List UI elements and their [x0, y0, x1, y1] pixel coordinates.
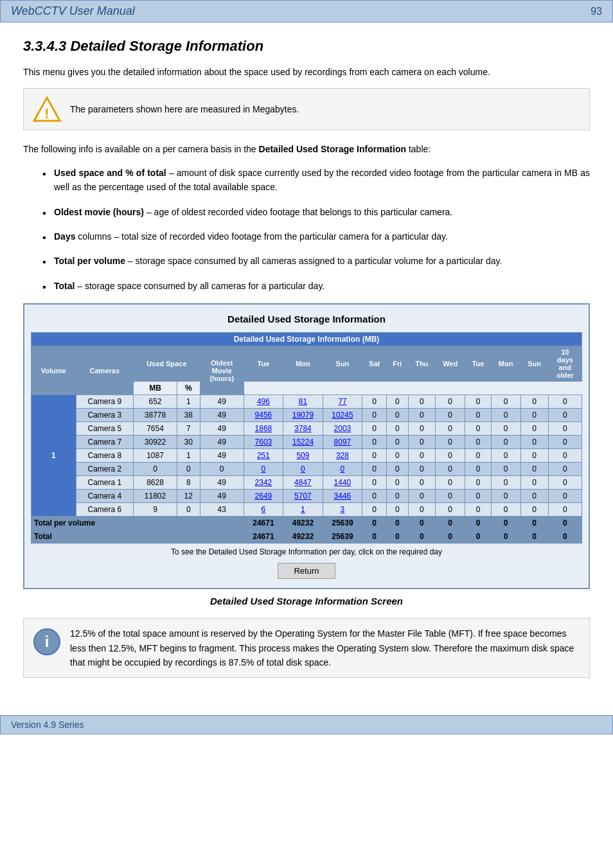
sun1-value[interactable]: 2003: [323, 422, 362, 436]
old-value: 0: [548, 395, 582, 409]
oldest-value: 43: [200, 503, 244, 517]
footer-label: Version 4.9 Series: [11, 720, 84, 730]
sun1-value[interactable]: 77: [323, 395, 362, 409]
wed-value: 0: [435, 395, 465, 409]
tpv-sun: 25639: [323, 517, 362, 530]
tot-mon: 49232: [283, 530, 323, 544]
tue1-value[interactable]: 2342: [244, 476, 283, 490]
sun1-value[interactable]: 328: [323, 449, 362, 463]
sat-value: 0: [362, 422, 387, 436]
page-number: 93: [591, 6, 602, 17]
mon1-value[interactable]: 1: [283, 503, 323, 517]
thu-value: 0: [408, 476, 435, 490]
fri-value: 0: [387, 395, 408, 409]
thu-value: 0: [408, 449, 435, 463]
tue1-value[interactable]: 9456: [244, 409, 283, 422]
fri-value: 0: [387, 476, 408, 490]
mon1-value[interactable]: 15224: [283, 436, 323, 449]
thu-value: 0: [408, 395, 435, 409]
oldest-value: 49: [200, 436, 244, 449]
sun2-value: 0: [520, 449, 548, 463]
tot-old: 0: [548, 530, 582, 544]
tue1-value[interactable]: 251: [244, 449, 283, 463]
sun1-value[interactable]: 3: [323, 503, 362, 517]
wed-value: 0: [435, 409, 465, 422]
col-mon2: Mon: [491, 346, 520, 382]
manual-title: WebCCTV User Manual: [11, 4, 135, 18]
tue1-value[interactable]: 0: [244, 463, 283, 476]
old-value: 0: [548, 449, 582, 463]
body-para: The following info is available on a per…: [23, 142, 590, 156]
tpv-sat: 0: [362, 517, 387, 530]
table-row: Camera 1 8628 8 49 2342 4847 1440 0 0 0 …: [31, 476, 582, 490]
col-tue2: Tue: [465, 346, 491, 382]
table-row: 1 Camera 9 652 1 49 496 81 77 0 0 0 0 0 …: [31, 395, 582, 409]
sat-value: 0: [362, 490, 387, 503]
mon1-value[interactable]: 81: [283, 395, 323, 409]
table-row: Camera 8 1087 1 49 251 509 328 0 0 0 0 0…: [31, 449, 582, 463]
tue1-value[interactable]: 7603: [244, 436, 283, 449]
sun1-value[interactable]: 3446: [323, 490, 362, 503]
sun1-value[interactable]: 10245: [323, 409, 362, 422]
sun2-value: 0: [520, 422, 548, 436]
oldest-value: 49: [200, 476, 244, 490]
mon2-value: 0: [491, 409, 520, 422]
table-row: Camera 4 11802 12 49 2649 5707 3446 0 0 …: [31, 490, 582, 503]
mon1-value[interactable]: 0: [283, 463, 323, 476]
pct-value: 0: [177, 463, 200, 476]
mon2-value: 0: [491, 436, 520, 449]
col-sat: Sat: [362, 346, 387, 382]
sun1-value[interactable]: 8097: [323, 436, 362, 449]
tue1-value[interactable]: 496: [244, 395, 283, 409]
thu-value: 0: [408, 503, 435, 517]
mon1-value[interactable]: 509: [283, 449, 323, 463]
table-row: Camera 7 30922 30 49 7603 15224 8097 0 0…: [31, 436, 582, 449]
intro-paragraph: This menu gives you the detailed informa…: [23, 65, 590, 79]
tue1-value[interactable]: 6: [244, 503, 283, 517]
old-value: 0: [548, 476, 582, 490]
tue1-value[interactable]: 2649: [244, 490, 283, 503]
tue2-value: 0: [465, 449, 491, 463]
sun1-value[interactable]: 1440: [323, 476, 362, 490]
col-sun2: Sun: [520, 346, 548, 382]
pct-value: 1: [177, 395, 200, 409]
sun1-value[interactable]: 0: [323, 463, 362, 476]
tue1-value[interactable]: 1868: [244, 422, 283, 436]
sat-value: 0: [362, 395, 387, 409]
sun2-value: 0: [520, 476, 548, 490]
thu-value: 0: [408, 409, 435, 422]
tot-tue2: 0: [465, 530, 491, 544]
warning-icon: !: [33, 95, 61, 123]
mon2-value: 0: [491, 422, 520, 436]
oldest-value: 49: [200, 422, 244, 436]
oldest-value: 49: [200, 490, 244, 503]
tue2-value: 0: [465, 422, 491, 436]
old-value: 0: [548, 463, 582, 476]
tpv-mon: 49232: [283, 517, 323, 530]
return-button[interactable]: Return: [278, 563, 335, 579]
camera-name: Camera 6: [76, 503, 134, 517]
sat-value: 0: [362, 449, 387, 463]
volume-cell: 1: [31, 395, 76, 517]
camera-name: Camera 2: [76, 463, 134, 476]
tue2-value: 0: [465, 490, 491, 503]
wed-value: 0: [435, 449, 465, 463]
mon1-value[interactable]: 3784: [283, 422, 323, 436]
sat-value: 0: [362, 476, 387, 490]
mon2-value: 0: [491, 463, 520, 476]
sat-value: 0: [362, 409, 387, 422]
tot-sun2: 0: [520, 530, 548, 544]
header-bar: WebCCTV User Manual 93: [0, 0, 613, 22]
mon1-value[interactable]: 4847: [283, 476, 323, 490]
sun2-value: 0: [520, 395, 548, 409]
tpv-thu: 0: [408, 517, 435, 530]
svg-text:i: i: [45, 633, 49, 650]
col-wed: Wed: [435, 346, 465, 382]
mon1-value[interactable]: 5707: [283, 490, 323, 503]
sun2-value: 0: [520, 503, 548, 517]
tpv-fri: 0: [387, 517, 408, 530]
mon1-value[interactable]: 19079: [283, 409, 323, 422]
total-per-volume-row: Total per volume 24671 49232 25639 0 0 0…: [31, 517, 582, 530]
main-content: 3.3.4.3 Detailed Storage Information Thi…: [0, 22, 613, 702]
sun2-value: 0: [520, 409, 548, 422]
